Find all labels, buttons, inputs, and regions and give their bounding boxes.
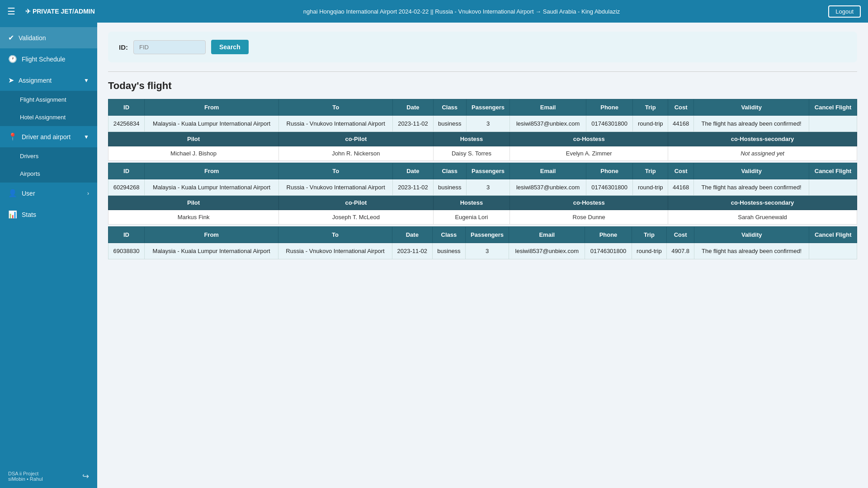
cell-passengers: 3 — [466, 116, 509, 132]
col-validity-3: Validity — [694, 227, 809, 243]
user-icon: 👤 — [8, 189, 17, 197]
check-icon: ✔ — [8, 33, 14, 42]
table-header-row-3: ID From To Date Class Passengers Email P… — [108, 227, 857, 243]
crew-col-copilot: co-Pilot — [279, 132, 434, 146]
topbar: ☰ ✈ PRIVATE JET/ADMIN nghai Hongqiao Int… — [0, 0, 868, 23]
col-email-2: Email — [510, 163, 586, 179]
crew-col-pilot-2: Pilot — [108, 196, 279, 210]
col-from: From — [145, 99, 279, 116]
cell-cost: 44168 — [668, 116, 694, 132]
cell-cancel-3 — [809, 243, 857, 259]
col-cost-2: Cost — [668, 163, 694, 179]
col-validity-2: Validity — [694, 163, 809, 179]
crew-header-row-2: Pilot co-Pilot Hostess co-Hostess co-Hos… — [108, 196, 857, 210]
logout-button[interactable]: Logout — [828, 5, 861, 18]
sidebar-label-flight-assignment: Flight Assignment — [20, 96, 66, 103]
crew-copilot-2: Joseph T. McLeod — [279, 210, 434, 225]
cell-id-2: 60294268 — [108, 179, 145, 196]
cell-email: lesiwi8537@unbiex.com — [510, 116, 586, 132]
flight-table-1: ID From To Date Class Passengers Email P… — [108, 99, 857, 161]
search-button[interactable]: Search — [211, 40, 249, 54]
table-row: 24256834 Malaysia - Kuala Lumpur Interna… — [108, 116, 857, 132]
sidebar-label-assignment: Assignment — [19, 77, 52, 84]
search-input[interactable] — [133, 40, 206, 54]
cell-passengers-2: 3 — [466, 179, 509, 196]
crew-data-row-1: Michael J. Bishop John R. Nickerson Dais… — [108, 146, 857, 161]
sidebar-label-validation: Validation — [19, 34, 46, 42]
cell-to-3: Russia - Vnukovo International Airport — [278, 243, 392, 259]
cell-from-2: Malaysia - Kuala Lumpur International Ai… — [145, 179, 279, 196]
topbar-left: ☰ ✈ PRIVATE JET/ADMIN — [7, 6, 95, 17]
col-to: To — [279, 99, 393, 116]
sidebar-item-hotel-assignment[interactable]: Hotel Assignment — [0, 108, 97, 126]
sidebar-item-flight-schedule[interactable]: 🕐 Flight Schedule — [0, 48, 97, 70]
logout-icon[interactable]: ↪ — [82, 471, 89, 481]
col-to-2: To — [279, 163, 393, 179]
col-passengers-2: Passengers — [466, 163, 509, 179]
sidebar-item-flight-assignment[interactable]: Flight Assignment — [0, 91, 97, 108]
search-label: ID: — [119, 43, 128, 51]
sidebar-item-assignment[interactable]: ➤ Assignment ▼ — [0, 70, 97, 91]
flight-block-2: ID From To Date Class Passengers Email P… — [108, 163, 857, 225]
cell-class-2: business — [433, 179, 466, 196]
col-validity: Validity — [694, 99, 809, 116]
col-trip-2: Trip — [633, 163, 668, 179]
col-cancel-2: Cancel Flight — [809, 163, 857, 179]
search-bar: ID: Search — [108, 32, 857, 62]
col-id: ID — [108, 99, 145, 116]
cell-passengers-3: 3 — [465, 243, 509, 259]
sidebar-label-driver-airport: Driver and airport — [22, 133, 71, 141]
col-passengers: Passengers — [466, 99, 509, 116]
cell-class-3: business — [432, 243, 465, 259]
assignment-icon: ➤ — [8, 76, 14, 84]
flight-block-3: ID From To Date Class Passengers Email P… — [108, 226, 857, 259]
crew-data-row-2: Markus Fink Joseph T. McLeod Eugenia Lor… — [108, 210, 857, 225]
sidebar-sub-assignment: Flight Assignment Hotel Assignment — [0, 91, 97, 126]
crew-col-secondary-2: co-Hostess-secondary — [668, 196, 857, 210]
cell-id: 24256834 — [108, 116, 145, 132]
main-content: ID: Search Today's flight ID From To Dat… — [97, 23, 868, 488]
crew-col-pilot: Pilot — [108, 132, 279, 146]
cell-id-3: 69038830 — [108, 243, 145, 259]
sidebar-item-validation[interactable]: ✔ Validation — [0, 27, 97, 48]
cell-validity-2: The flight has already been confirmed! — [694, 179, 809, 196]
cell-trip: round-trip — [633, 116, 668, 132]
table-row-2: 60294268 Malaysia - Kuala Lumpur Interna… — [108, 179, 857, 196]
sidebar-footer-text: DSA ii Project siMobin • Rahul — [8, 471, 43, 482]
cell-trip-2: round-trip — [633, 179, 668, 196]
cell-cancel — [809, 116, 857, 132]
sidebar: ✔ Validation 🕐 Flight Schedule ➤ Assignm… — [0, 23, 97, 488]
cell-phone: 01746301800 — [586, 116, 632, 132]
cell-trip-3: round-trip — [632, 243, 667, 259]
cell-from-3: Malaysia - Kuala Lumpur International Ai… — [145, 243, 278, 259]
section-divider — [108, 71, 857, 72]
col-trip-3: Trip — [632, 227, 667, 243]
crew-pilot-name: Michael J. Bishop — [108, 146, 279, 161]
col-class-3: Class — [432, 227, 465, 243]
sidebar-item-driver-airport[interactable]: 📍 Driver and airport ▼ — [0, 126, 97, 147]
cell-email-2: lesiwi8537@unbiex.com — [510, 179, 586, 196]
col-class: Class — [433, 99, 466, 116]
col-phone-2: Phone — [586, 163, 632, 179]
menu-icon[interactable]: ☰ — [7, 6, 15, 17]
cell-cost-3: 4907.8 — [667, 243, 694, 259]
sidebar-item-stats[interactable]: 📊 Stats — [0, 204, 97, 225]
sidebar-label-airports: Airports — [20, 170, 40, 177]
cell-date: 2023-11-02 — [393, 116, 433, 132]
sidebar-footer: DSA ii Project siMobin • Rahul ↪ — [0, 465, 97, 488]
col-id-3: ID — [108, 227, 145, 243]
sidebar-sub-driver-airport: Drivers Airports — [0, 147, 97, 183]
crew-header-row-1: Pilot co-Pilot Hostess co-Hostess co-Hos… — [108, 132, 857, 146]
crew-col-copilot-2: co-Pilot — [279, 196, 434, 210]
sidebar-item-drivers[interactable]: Drivers — [0, 147, 97, 165]
col-phone-3: Phone — [585, 227, 632, 243]
crew-secondary-name: Not assigned yet — [668, 146, 857, 161]
col-date: Date — [393, 99, 433, 116]
clock-icon: 🕐 — [8, 55, 17, 63]
sidebar-item-user[interactable]: 👤 User › — [0, 183, 97, 204]
col-date-3: Date — [392, 227, 432, 243]
cell-to: Russia - Vnukovo International Airport — [279, 116, 393, 132]
cell-validity-3: The flight has already been confirmed! — [694, 243, 809, 259]
sidebar-item-airports[interactable]: Airports — [0, 165, 97, 183]
chevron-right-icon: › — [87, 190, 89, 197]
